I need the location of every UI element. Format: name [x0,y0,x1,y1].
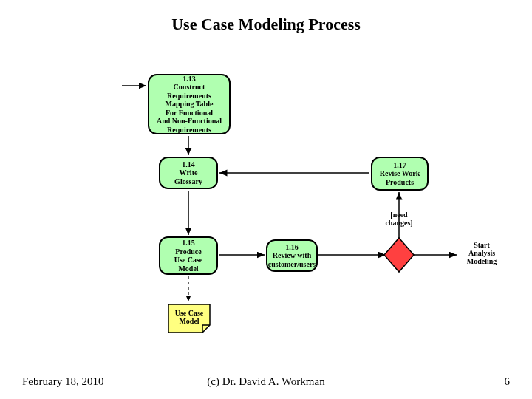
activity-line: Revise Work [380,169,420,178]
artifact-use-case-model: Use Case Model [168,309,210,325]
activity-1-17: 1.17 Revise Work Products [371,157,429,191]
flow-canvas [0,0,532,399]
activity-1-13: 1.13 Construct Requirements Mapping Tabl… [148,74,231,134]
footer-page: 6 [505,375,511,388]
diagram-title: Use Case Modeling Process [0,15,532,34]
footer-date: February 18, 2010 [22,375,103,388]
activity-line: Requirements [167,126,211,134]
artifact-line: Use Case [175,309,204,317]
activity-line: Construct Requirements [151,83,228,100]
activity-line: For Functional [166,109,213,117]
activity-num: 1.15 [182,239,195,248]
end-label-start-analysis: Start Analysis Modeling [460,241,504,265]
activity-line: And Non-Functional [157,117,222,126]
activity-line: Use Case [174,256,203,265]
activity-1-15: 1.15 Produce Use Case Model [159,236,218,275]
activity-line: customer/users [268,260,316,269]
activity-num: 1.14 [182,160,195,169]
activity-line: Produce [175,248,201,256]
activity-num: 1.16 [285,243,299,252]
activity-line: Write [180,168,198,177]
svg-marker-5 [384,238,414,272]
activity-line: Model [178,265,198,273]
activity-1-16: 1.16 Review with customer/users [266,239,318,272]
activity-1-14: 1.14 Write Glossary [159,157,218,189]
activity-line: Mapping Table [166,100,214,109]
activity-line: Glossary [174,177,202,186]
activity-num: 1.13 [183,75,196,83]
activity-line: Review with [273,251,312,260]
artifact-line: Model [179,317,199,325]
footer-author: (c) Dr. David A. Workman [207,375,324,388]
activity-num: 1.17 [393,161,406,170]
activity-line: Products [386,178,414,187]
guard-need-changes: [need changes] [383,211,415,227]
